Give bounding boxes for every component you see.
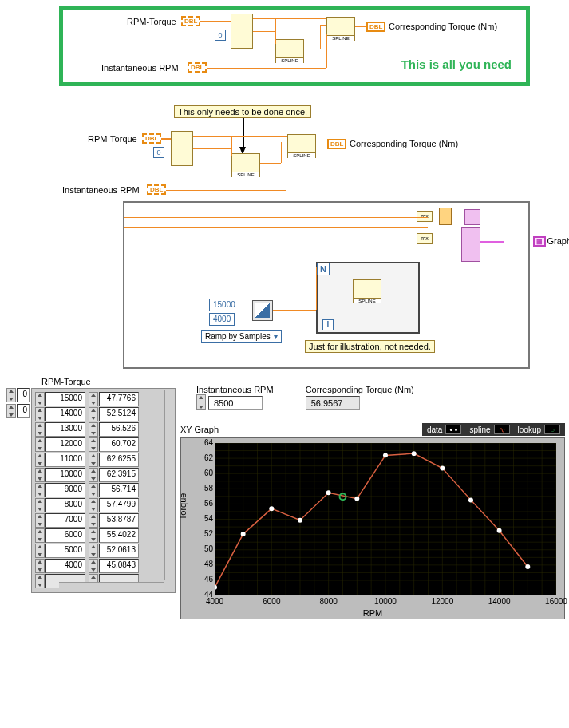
for-loop: N i <box>316 262 420 334</box>
torque-cell[interactable]: 56.526 <box>99 422 139 437</box>
plot-area <box>215 443 556 595</box>
svg-point-46 <box>215 585 217 590</box>
torque-cell[interactable]: 47.7766 <box>99 392 139 406</box>
legend-label-lookup: lookup <box>518 425 541 434</box>
cell-spinner[interactable] <box>89 407 98 421</box>
legend-swatch-data: • • <box>445 425 461 434</box>
col-index-spinner[interactable] <box>6 404 16 418</box>
cell-spinner[interactable] <box>35 513 45 528</box>
svg-point-48 <box>269 506 274 511</box>
cell-spinner[interactable] <box>89 468 98 482</box>
y-tick: 52 <box>199 529 213 538</box>
rpm-torque-label: RPM-Torque <box>127 17 176 26</box>
svg-point-57 <box>525 564 530 569</box>
front-panel: RPM-Torque 0 0 1500047.77661400052.51241… <box>6 377 563 619</box>
row-index-spinner[interactable] <box>6 388 16 402</box>
cell-spinner[interactable] <box>35 528 45 543</box>
rpm-cell[interactable]: 11000 <box>45 453 85 467</box>
cell-spinner[interactable] <box>89 559 98 573</box>
inst-rpm-readout: Instantaneous RPM 8500 <box>196 385 274 410</box>
dbl-indicator-icon: DBL <box>366 22 385 32</box>
svg-point-53 <box>412 451 417 456</box>
cell-spinner[interactable] <box>35 422 45 437</box>
cell-spinner[interactable] <box>35 407 45 421</box>
torque-cell[interactable]: 56.714 <box>99 483 139 497</box>
graph-legend: data• • spline∿ lookup○ <box>422 423 565 436</box>
legend-swatch-lookup: ○ <box>544 425 560 434</box>
table-row: 1300056.526 <box>35 422 172 437</box>
cell-spinner[interactable] <box>89 544 98 558</box>
torque-cell[interactable]: 62.3915 <box>99 468 139 482</box>
bundle-cluster-icon <box>461 227 480 262</box>
dbl-scalar-control-icon-2: DBL <box>147 184 166 195</box>
cell-spinner[interactable] <box>35 498 45 512</box>
torque-cell[interactable]: 62.6255 <box>99 453 139 467</box>
rpm-cell[interactable]: 13000 <box>45 422 85 437</box>
cell-spinner[interactable] <box>89 453 98 467</box>
cell-spinner[interactable] <box>89 483 98 497</box>
cell-spinner[interactable] <box>35 468 45 482</box>
rpm-cell[interactable]: 8000 <box>45 498 85 512</box>
rpm-cell[interactable]: 4000 <box>45 559 85 573</box>
x-tick: 12000 <box>431 597 453 606</box>
svg-point-56 <box>497 528 502 533</box>
torque-cell[interactable]: 55.4022 <box>99 528 139 543</box>
inst-rpm-spinner[interactable] <box>196 394 206 410</box>
x-tick: 14000 <box>488 597 511 606</box>
graph-body[interactable]: Torque RPM 4446485052545658606264 400060… <box>180 437 565 619</box>
cell-spinner[interactable] <box>89 437 98 452</box>
rpm-cell[interactable]: 7000 <box>45 513 85 528</box>
rpm-cell[interactable]: 10000 <box>45 468 85 482</box>
torque-cell[interactable]: 52.5124 <box>99 407 139 421</box>
cell-spinner[interactable] <box>35 437 45 452</box>
col-index-value[interactable]: 0 <box>17 404 30 418</box>
cell-spinner[interactable] <box>89 498 98 512</box>
cell-spinner[interactable] <box>89 392 98 406</box>
sequence-frame: mx mx XY Graph ▦ 15000 4000 Ramp by Samp… <box>123 201 530 369</box>
table-row: 1100062.6255 <box>35 453 172 467</box>
rpm-torque-array: RPM-Torque 0 0 1500047.77661400052.51241… <box>6 377 176 619</box>
torque-cell[interactable]: 52.0613 <box>99 544 139 558</box>
x-tick: 8000 <box>320 597 338 606</box>
xy-graph: XY Graph data• • spline∿ lookup○ Torque … <box>180 423 565 619</box>
y-tick: 56 <box>199 499 213 508</box>
cell-spinner[interactable] <box>35 483 45 497</box>
y-tick: 58 <box>199 484 213 493</box>
annotation-text: This is all you need <box>401 57 512 71</box>
y-tick: 60 <box>199 469 213 477</box>
row-index-value[interactable]: 0 <box>17 388 30 402</box>
horizontal-scrollbar[interactable] <box>59 582 164 592</box>
table-row: 600055.4022 <box>35 528 172 543</box>
xy-graph-terminal-icon: ▦ <box>533 236 546 247</box>
torque-cell[interactable]: 60.702 <box>99 437 139 452</box>
inst-rpm-value[interactable]: 8500 <box>208 396 263 410</box>
torque-cell[interactable]: 57.4799 <box>99 498 139 512</box>
rpm-cell[interactable]: 15000 <box>45 392 85 406</box>
dbl-indicator-icon-2: DBL <box>327 139 346 149</box>
cell-spinner[interactable] <box>89 528 98 543</box>
rpm-cell[interactable]: 12000 <box>45 437 85 452</box>
rpm-cell[interactable]: 6000 <box>45 528 85 543</box>
cell-spinner[interactable] <box>35 392 45 406</box>
const-lo: 4000 <box>209 313 235 326</box>
spline-fit-icon-2 <box>231 153 260 177</box>
table-row: 1200060.702 <box>35 437 172 452</box>
dbl-scalar-control-icon: DBL <box>188 62 207 73</box>
svg-point-51 <box>354 497 359 501</box>
legend-swatch-spline: ∿ <box>494 425 510 434</box>
cell-spinner[interactable] <box>89 422 98 437</box>
torque-cell[interactable]: 45.0843 <box>99 559 139 573</box>
graph-title: XY Graph <box>180 425 219 434</box>
rpm-cell[interactable]: 14000 <box>45 407 85 421</box>
ramp-mode-ring[interactable]: Ramp by Samples <box>201 330 282 343</box>
cell-spinner[interactable] <box>35 544 45 558</box>
cell-spinner[interactable] <box>35 453 45 467</box>
torque-cell[interactable]: 53.8787 <box>99 513 139 528</box>
cell-spinner[interactable] <box>35 559 45 573</box>
cell-spinner[interactable] <box>89 513 98 528</box>
vertical-scrollbar[interactable] <box>164 390 174 580</box>
rpm-cell[interactable]: 9000 <box>45 483 85 497</box>
rpm-cell[interactable]: 5000 <box>45 544 85 558</box>
y-tick: 48 <box>199 560 213 568</box>
array-label: RPM-Torque <box>41 377 176 386</box>
